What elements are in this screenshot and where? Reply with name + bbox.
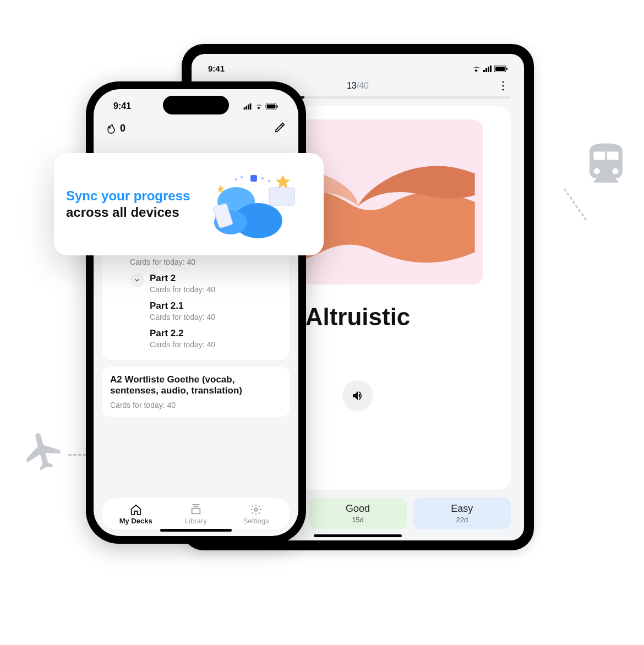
deck-subtitle: Cards for today: 40	[150, 340, 215, 349]
tab-label: Library	[185, 517, 207, 525]
chevron-down-icon	[133, 276, 141, 284]
deck-subtitle: Cards for today: 40	[150, 285, 215, 294]
battery-icon	[265, 103, 279, 110]
cloud-sync-illustration	[198, 168, 302, 240]
rating-good-label: Good	[346, 503, 370, 515]
svg-rect-7	[244, 107, 245, 110]
status-time: 9:41	[208, 64, 225, 73]
svg-rect-10	[250, 103, 252, 110]
svg-rect-3	[490, 65, 492, 72]
wifi-icon	[254, 103, 263, 110]
library-icon	[190, 504, 202, 516]
tab-my-decks[interactable]: My Decks	[106, 504, 166, 525]
gear-icon	[250, 504, 262, 516]
tab-library[interactable]: Library	[166, 504, 226, 525]
counter-current: 13	[347, 81, 357, 91]
svg-rect-5	[495, 67, 505, 71]
expand-toggle[interactable]	[130, 273, 144, 287]
sync-banner-text: Sync your progress across all devices	[66, 188, 190, 220]
pencil-icon	[274, 121, 286, 133]
svg-rect-18	[269, 188, 294, 205]
home-indicator	[160, 529, 232, 532]
svg-point-24	[241, 176, 243, 178]
more-button[interactable]: ⋮	[498, 79, 509, 92]
rating-good-interval: 15d	[352, 516, 364, 524]
tablet-statusbar: 9:41	[205, 62, 511, 79]
svg-rect-9	[248, 104, 249, 109]
tab-label: Settings	[243, 517, 269, 525]
plane-icon	[3, 411, 84, 491]
fire-icon	[106, 123, 117, 134]
deck-subtitle: Cards for today: 40	[110, 401, 282, 409]
rating-easy-interval: 22d	[456, 516, 468, 524]
svg-rect-1	[485, 68, 487, 72]
svg-rect-13	[277, 105, 278, 107]
signal-icon	[483, 65, 492, 72]
deck-subtitle: Cards for today: 40	[130, 258, 195, 266]
sync-banner[interactable]: Sync your progress across all devices	[54, 153, 324, 255]
svg-rect-8	[245, 106, 247, 109]
top-toolbar: 0	[102, 119, 290, 141]
svg-rect-0	[483, 70, 485, 72]
deck-row[interactable]: Part 2.2 Cards for today: 40	[110, 325, 282, 352]
deck-title: Part 2.2	[150, 328, 215, 339]
deck-title: A2 Wortliste Goethe (vocab, sentenses, a…	[110, 374, 282, 396]
rating-easy-label: Easy	[451, 503, 473, 515]
svg-rect-22	[250, 175, 257, 182]
tab-label: My Decks	[119, 517, 152, 525]
banner-line-2: across all devices	[66, 205, 190, 220]
deck-title: Part 2.1	[150, 300, 215, 311]
counter-total: /40	[357, 81, 369, 91]
banner-line-1: Sync your progress	[66, 188, 190, 204]
svg-rect-2	[488, 67, 489, 72]
tab-bar: My Decks Library Settings	[102, 498, 290, 529]
speaker-icon	[351, 389, 364, 402]
wifi-icon	[471, 65, 481, 72]
edit-button[interactable]	[274, 121, 286, 135]
status-icons	[471, 65, 507, 72]
phone-notch	[163, 96, 229, 114]
train-icon	[581, 139, 631, 189]
svg-rect-6	[506, 68, 507, 70]
tab-settings[interactable]: Settings	[226, 504, 286, 525]
home-icon	[130, 504, 142, 516]
status-time: 9:41	[113, 101, 131, 111]
flashcard-word: Altruistic	[305, 303, 411, 331]
svg-rect-12	[267, 104, 276, 108]
train-trail	[564, 188, 587, 221]
rating-good-button[interactable]: Good 15d	[309, 498, 406, 529]
svg-point-26	[268, 180, 270, 182]
sound-button[interactable]	[342, 380, 373, 411]
deck-row[interactable]: Part 2.1 Cards for today: 40	[110, 297, 282, 325]
svg-marker-20	[276, 175, 290, 188]
deck-row[interactable]: Part 2 Cards for today: 40	[110, 270, 282, 297]
streak-counter[interactable]: 0	[106, 123, 125, 134]
deck-title: Part 2	[150, 273, 215, 284]
svg-point-23	[235, 178, 237, 181]
phone-device: 9:41 0 En	[86, 81, 306, 544]
deck-subtitle: Cards for today: 40	[150, 313, 215, 321]
svg-point-25	[261, 177, 264, 179]
home-indicator	[314, 534, 402, 537]
battery-icon	[494, 65, 507, 72]
signal-icon	[243, 103, 252, 110]
svg-point-14	[255, 508, 258, 511]
deck-card[interactable]: A2 Wortliste Goethe (vocab, sentenses, a…	[102, 367, 290, 417]
status-icons	[243, 103, 279, 110]
streak-value: 0	[120, 123, 125, 134]
rating-easy-button[interactable]: Easy 22d	[413, 498, 511, 529]
